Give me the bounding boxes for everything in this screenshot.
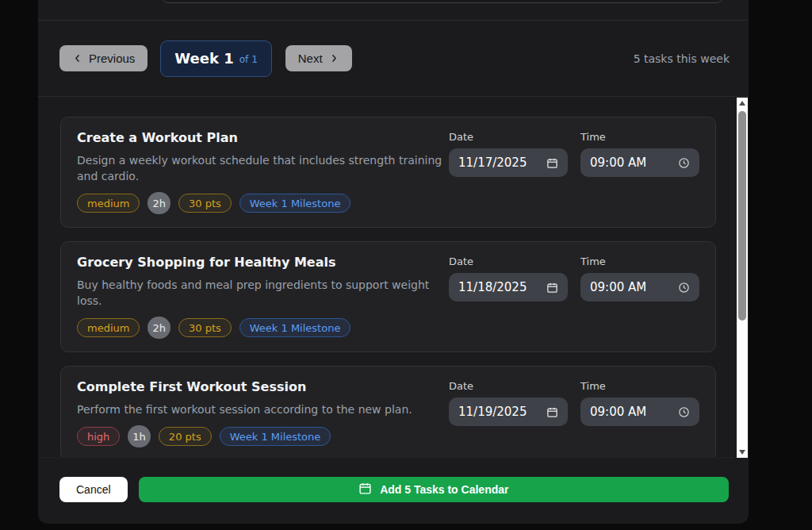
- date-value: 11/19/2025: [458, 405, 546, 419]
- task-title: Complete First Workout Session: [77, 379, 449, 395]
- badge-row: high 1h 20 pts Week 1 Milestone: [77, 425, 449, 447]
- date-label: Date: [449, 255, 568, 267]
- clock-icon[interactable]: [678, 282, 690, 294]
- date-input[interactable]: 11/19/2025: [449, 398, 568, 426]
- clock-icon[interactable]: [678, 157, 690, 169]
- clock-icon[interactable]: [678, 406, 690, 418]
- task-card: Create a Workout Plan Design a weekly wo…: [60, 117, 716, 228]
- next-label: Next: [298, 52, 323, 65]
- priority-badge: medium: [77, 318, 140, 337]
- duration-badge: 1h: [128, 425, 151, 447]
- task-title: Create a Workout Plan: [77, 130, 449, 146]
- milestone-badge: Week 1 Milestone: [220, 427, 331, 446]
- add-tasks-label: Add 5 Tasks to Calendar: [380, 483, 508, 496]
- time-label: Time: [580, 131, 699, 143]
- milestone-badge: Week 1 Milestone: [239, 194, 351, 213]
- week-indicator: Week 1 of 1: [160, 40, 271, 77]
- priority-badge: medium: [77, 194, 140, 213]
- milestone-badge: Week 1 Milestone: [239, 318, 351, 337]
- task-card: Complete First Workout Session Perform t…: [60, 366, 716, 458]
- date-input[interactable]: 11/17/2025: [449, 148, 568, 177]
- previous-week-button[interactable]: Previous: [59, 45, 147, 71]
- modal-footer: Cancel Add 5 Tasks to Calendar: [38, 458, 749, 524]
- top-input-cutoff[interactable]: [161, 0, 724, 3]
- date-input[interactable]: 11/18/2025: [449, 273, 568, 301]
- time-value: 09:00 AM: [590, 280, 678, 294]
- date-label: Date: [449, 131, 568, 143]
- scrollbar-thumb[interactable]: [738, 111, 746, 321]
- task-description: Design a weekly workout schedule that in…: [77, 152, 449, 184]
- scrollbar-down-arrow[interactable]: [737, 447, 748, 458]
- priority-badge: high: [77, 427, 120, 446]
- date-value: 11/17/2025: [458, 156, 546, 170]
- date-label: Date: [449, 380, 568, 392]
- badge-row: medium 2h 30 pts Week 1 Milestone: [77, 192, 449, 214]
- tasks-count-text: 5 tasks this week: [634, 52, 730, 65]
- time-input[interactable]: 09:00 AM: [580, 398, 699, 426]
- next-week-button[interactable]: Next: [285, 45, 352, 71]
- chevron-left-icon: [72, 53, 82, 63]
- scrollbar-up-arrow[interactable]: [737, 98, 748, 109]
- calendar-icon[interactable]: [546, 157, 558, 169]
- duration-badge: 2h: [147, 192, 170, 214]
- calendar-icon[interactable]: [546, 406, 558, 418]
- task-title: Grocery Shopping for Healthy Meals: [77, 255, 449, 271]
- points-badge: 30 pts: [178, 194, 232, 213]
- task-card: Grocery Shopping for Healthy Meals Buy h…: [60, 241, 716, 352]
- week-label: Week 1: [174, 50, 233, 67]
- cancel-button[interactable]: Cancel: [59, 477, 128, 502]
- points-badge: 20 pts: [159, 427, 212, 446]
- chevron-right-icon: [329, 53, 339, 63]
- time-input[interactable]: 09:00 AM: [580, 273, 699, 301]
- scrollbar[interactable]: [737, 98, 748, 458]
- add-tasks-button[interactable]: Add 5 Tasks to Calendar: [139, 477, 729, 502]
- points-badge: 30 pts: [178, 318, 232, 337]
- task-list: Create a Workout Plan Design a weekly wo…: [38, 97, 749, 458]
- week-navigation: Previous Week 1 of 1 Next 5 tasks this w…: [38, 21, 749, 97]
- task-description: Buy healthy foods and meal prep ingredie…: [77, 277, 449, 309]
- time-label: Time: [580, 380, 699, 392]
- time-value: 09:00 AM: [590, 156, 678, 170]
- week-of-label: of 1: [239, 54, 258, 65]
- badge-row: medium 2h 30 pts Week 1 Milestone: [77, 317, 449, 339]
- previous-label: Previous: [89, 52, 135, 65]
- time-input[interactable]: 09:00 AM: [580, 148, 699, 177]
- duration-badge: 2h: [147, 317, 170, 339]
- task-description: Perform the first workout session accord…: [77, 401, 449, 417]
- date-value: 11/18/2025: [458, 280, 546, 294]
- screen-background: Previous Week 1 of 1 Next 5 tasks this w…: [0, 0, 812, 530]
- time-value: 09:00 AM: [590, 405, 678, 419]
- calendar-icon: [358, 482, 372, 497]
- add-tasks-modal: Previous Week 1 of 1 Next 5 tasks this w…: [38, 0, 749, 524]
- calendar-icon[interactable]: [546, 282, 558, 294]
- time-label: Time: [580, 255, 699, 267]
